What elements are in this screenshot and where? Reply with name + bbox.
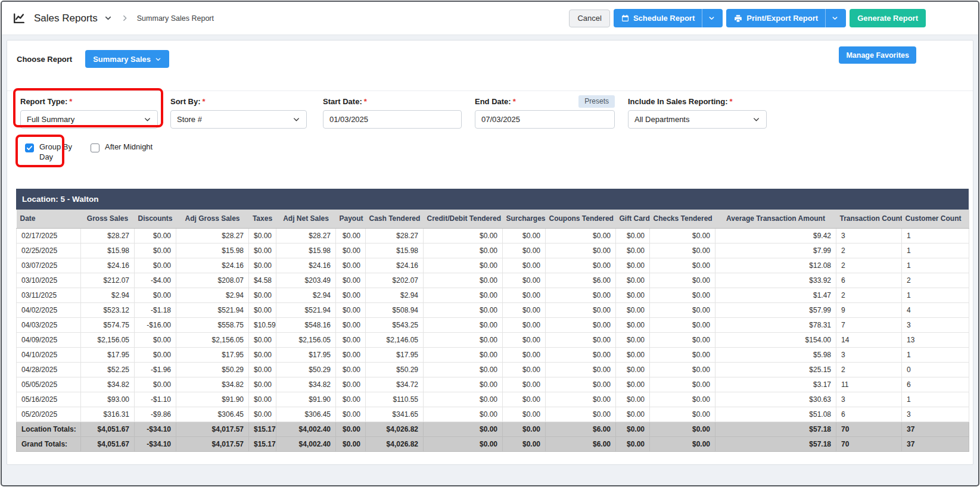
- cell: $0.00: [650, 332, 715, 347]
- column-header-row: DateGross SalesDiscountsAdj Gross SalesT…: [17, 210, 969, 228]
- column-header: Checks Tendered: [650, 210, 715, 228]
- group-by-day-checkbox[interactable]: Group By Day: [25, 142, 74, 162]
- cell: $12.08: [715, 258, 836, 273]
- report-type-select[interactable]: Full Summary: [20, 110, 158, 129]
- app-window: Sales Reports Summary Sales Report Cance…: [1, 1, 979, 486]
- choose-report-row: Choose Report Summary Sales: [17, 45, 973, 73]
- printer-icon: [734, 14, 742, 23]
- table-row: 03/11/2025$2.94$0.00$2.94$0.00$2.94$0.00…: [17, 288, 969, 302]
- sort-by-label: Sort By:: [170, 97, 201, 106]
- cell: $0.00: [424, 362, 503, 377]
- checkbox-box[interactable]: [25, 143, 34, 152]
- cell: $0.00: [249, 377, 276, 392]
- cell: $306.45: [176, 407, 249, 422]
- start-date-input[interactable]: [323, 110, 462, 129]
- cell: $24.16: [366, 258, 424, 273]
- cell: $4,002.40: [276, 422, 336, 436]
- cell: 2: [836, 362, 902, 377]
- cell: $508.94: [366, 302, 424, 317]
- after-midnight-checkbox[interactable]: After Midnight: [91, 142, 153, 152]
- cell: $0.00: [336, 273, 366, 288]
- cell: 1: [902, 347, 969, 362]
- cell: $0.00: [650, 436, 715, 451]
- cell: 3: [836, 347, 902, 362]
- cell: $34.72: [366, 377, 424, 392]
- cell: $0.00: [650, 243, 715, 258]
- manage-favorites-button[interactable]: Manage Favorites: [839, 46, 916, 64]
- cell: 2: [902, 273, 969, 288]
- print-export-dropdown-caret[interactable]: [825, 9, 838, 27]
- cell: $0.00: [503, 243, 546, 258]
- cell: $0.00: [424, 332, 503, 347]
- cell: $15.98: [366, 243, 424, 258]
- cell: $0.00: [336, 347, 366, 362]
- cell: $10.59: [249, 317, 276, 332]
- cell: $0.00: [249, 228, 276, 243]
- cell: $0.00: [249, 362, 276, 377]
- cell: $0.00: [650, 258, 715, 273]
- report-type-group: Report Type:* Full Summary: [20, 95, 158, 129]
- cell: $0.00: [503, 332, 546, 347]
- table-row: 04/10/2025$17.95$0.00$17.95$0.00$17.95$0…: [17, 347, 969, 362]
- chevron-down-icon[interactable]: [104, 14, 113, 23]
- report-picker-button[interactable]: Summary Sales: [85, 50, 169, 68]
- column-header: Transaction Count: [836, 210, 902, 228]
- page-title: Sales Reports: [34, 13, 98, 24]
- print-export-button[interactable]: Print/Export Report: [726, 9, 846, 27]
- cell: $0.00: [650, 407, 715, 422]
- generate-report-button[interactable]: Generate Report: [850, 9, 926, 27]
- cell: $9.42: [715, 228, 836, 243]
- cell: $0.00: [424, 273, 503, 288]
- required-marker: *: [203, 97, 206, 106]
- cell: $3.17: [715, 377, 836, 392]
- cell: $0.00: [650, 347, 715, 362]
- cell: 04/02/2025: [17, 302, 81, 317]
- cell: $0.00: [503, 377, 546, 392]
- cell: $0.00: [249, 288, 276, 302]
- schedule-report-button[interactable]: Schedule Report: [614, 9, 723, 27]
- line-chart-icon: [13, 12, 26, 25]
- cancel-button[interactable]: Cancel: [569, 10, 609, 27]
- cell: $0.00: [616, 258, 650, 273]
- include-reporting-label: Include In Sales Reporting:: [628, 97, 728, 106]
- cell: $30.63: [715, 392, 836, 407]
- cell: $0.00: [135, 347, 176, 362]
- start-date-group: Start Date:*: [323, 95, 462, 129]
- cell: $91.90: [276, 392, 336, 407]
- cell: $0.00: [249, 243, 276, 258]
- cell: $0.00: [336, 258, 366, 273]
- cell: $202.07: [366, 273, 424, 288]
- cell: $17.95: [276, 347, 336, 362]
- checkbox-box[interactable]: [91, 143, 99, 152]
- cell: $0.00: [424, 288, 503, 302]
- cell: $0.00: [336, 392, 366, 407]
- cell: $0.00: [249, 258, 276, 273]
- cell: $4,017.57: [176, 436, 249, 451]
- cell: $0.00: [135, 228, 176, 243]
- breadcrumb: Sales Reports Summary Sales Report: [13, 12, 214, 25]
- cell: $0.00: [616, 422, 650, 436]
- table-row: 03/07/2025$24.16$0.00$24.16$0.00$24.16$0…: [17, 258, 969, 273]
- cell: 37: [902, 436, 969, 451]
- report-picker-label: Summary Sales: [93, 55, 151, 64]
- cell: $57.99: [715, 302, 836, 317]
- end-date-input[interactable]: [475, 110, 615, 129]
- cell: -$34.10: [135, 422, 176, 436]
- column-header: Average Transaction Amount: [715, 210, 836, 228]
- cell: $28.27: [176, 228, 249, 243]
- cell: $0.00: [616, 243, 650, 258]
- cell: $5.98: [715, 347, 836, 362]
- column-header: Credit/Debit Tendered: [424, 210, 503, 228]
- page-body: Choose Report Summary Sales Manage Favor…: [2, 35, 978, 470]
- presets-button[interactable]: Presets: [578, 95, 615, 108]
- cell: $0.00: [424, 407, 503, 422]
- cell: 3: [902, 317, 969, 332]
- cell: $0.00: [503, 422, 546, 436]
- sort-by-select[interactable]: Store #: [170, 110, 307, 129]
- cell: $0.00: [424, 392, 503, 407]
- cell: -$9.86: [135, 407, 176, 422]
- schedule-report-dropdown-caret[interactable]: [702, 9, 715, 27]
- cell: $34.82: [176, 377, 249, 392]
- include-reporting-select[interactable]: All Departments: [628, 110, 767, 129]
- column-header: Cash Tendered: [366, 210, 424, 228]
